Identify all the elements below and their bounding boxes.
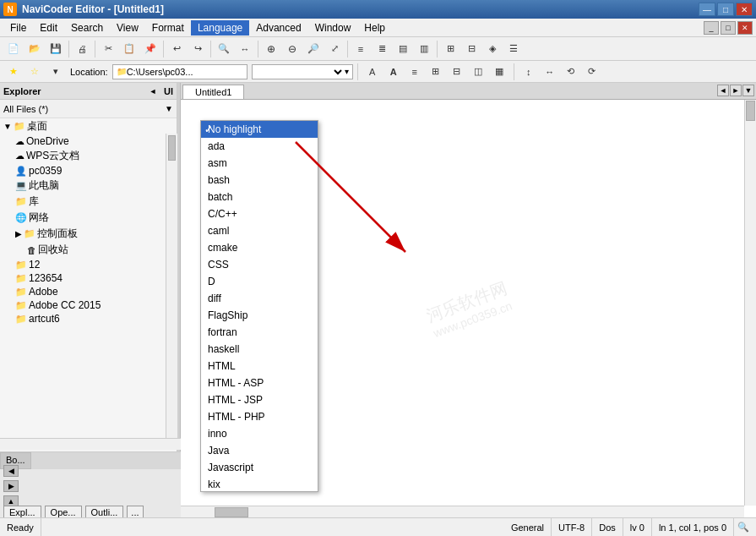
undo-btn[interactable]: ↩ (166, 40, 187, 58)
lang-ada[interactable]: ada (201, 138, 318, 155)
lang-flagship[interactable]: FlagShip (201, 307, 318, 324)
minimize-button[interactable]: — (699, 3, 715, 16)
lang-html-asp[interactable]: HTML - ASP (201, 375, 318, 391)
open-file-btn[interactable]: 📂 (24, 40, 45, 58)
tab-dropdown[interactable]: ▼ (742, 85, 754, 96)
tree-item-pc[interactable]: 👤 pc0359 (0, 164, 177, 178)
tb-btn10[interactable]: ▥ (414, 40, 434, 58)
menu-advanced[interactable]: Advanced (249, 20, 307, 36)
format-btn3[interactable]: ⊟ (447, 63, 467, 81)
tree-item-artcut[interactable]: 📁 artcut6 (0, 312, 177, 325)
tree-item-desktop[interactable]: ▼ 📁 桌面 (0, 118, 177, 134)
tb-extra3[interactable]: ⟲ (561, 63, 581, 81)
tb-btn8[interactable]: ≣ (372, 40, 392, 58)
tree-item-adobe[interactable]: 📁 Adobe (0, 285, 177, 298)
save-btn[interactable]: 💾 (46, 40, 66, 58)
lang-javascript[interactable]: Javascript (201, 459, 318, 476)
editor-minimize-btn[interactable]: _ (704, 21, 719, 35)
cut-btn[interactable]: ✂ (98, 40, 118, 58)
close-button[interactable]: ✕ (736, 3, 753, 16)
menu-edit[interactable]: Edit (33, 20, 64, 36)
tree-item-recycle[interactable]: 🗑 回收站 (0, 242, 177, 258)
open-tab[interactable]: Ope... (45, 506, 82, 517)
tab-scroll-right[interactable]: ► (730, 85, 742, 96)
maximize-button[interactable]: □ (717, 3, 734, 16)
vscroll-thumb[interactable] (746, 101, 755, 121)
editor-restore-btn[interactable]: □ (721, 21, 736, 35)
tree-item-123654[interactable]: 📁 123654 (0, 271, 177, 285)
lang-caml[interactable]: caml (201, 222, 318, 239)
lang-kix[interactable]: kix (201, 476, 318, 492)
tb-btn12[interactable]: ⊟ (461, 40, 481, 58)
lang-diff[interactable]: diff (201, 290, 318, 307)
tree-item-12[interactable]: 📁 12 (0, 258, 177, 271)
expl-tab[interactable]: Expl... (3, 506, 41, 517)
lang-html-php[interactable]: HTML - PHP (201, 408, 318, 425)
tb-btn11[interactable]: ⊞ (440, 40, 460, 58)
lang-css[interactable]: CSS (201, 256, 318, 273)
format-btn5[interactable]: ▦ (489, 63, 509, 81)
lang-no-highlight[interactable]: ✓ No highlight (201, 121, 318, 138)
lang-java[interactable]: Java (201, 442, 318, 459)
zoom-fit-btn[interactable]: ⤢ (324, 40, 345, 58)
status-search-icon[interactable]: 🔍 (734, 522, 753, 533)
menu-language[interactable]: Language (191, 20, 249, 36)
copy-btn[interactable]: 📋 (119, 40, 139, 58)
outli-tab[interactable]: Outli... (85, 506, 124, 517)
tree-item-network[interactable]: 🌐 网络 (0, 210, 177, 226)
replace-btn[interactable]: ↔ (235, 40, 255, 58)
zoom-in-btn[interactable]: ⊕ (261, 40, 281, 58)
menu-help[interactable]: Help (357, 20, 392, 36)
menu-window[interactable]: Window (308, 20, 358, 36)
lang-batch[interactable]: batch (201, 189, 318, 205)
collapse-panel-btn[interactable]: ◄ (147, 85, 159, 97)
left-icon-2[interactable]: ▶ (3, 480, 19, 492)
menu-view[interactable]: View (110, 20, 145, 36)
search-btn[interactable]: 🔍 (214, 40, 234, 58)
editor-hscrollbar[interactable] (181, 506, 744, 517)
lang-haskell[interactable]: haskell (201, 341, 318, 358)
tree-item-adobe-cc[interactable]: 📁 Adobe CC 2015 (0, 298, 177, 312)
tab-scroll-left[interactable]: ◄ (717, 85, 729, 96)
more-tab[interactable]: ... (127, 506, 143, 517)
lang-inno[interactable]: inno (201, 425, 318, 442)
lang-bash[interactable]: bash (201, 172, 318, 189)
lang-html-jsp[interactable]: HTML - JSP (201, 391, 318, 408)
text-size-btn[interactable]: A (362, 63, 383, 81)
scrollbar-thumb[interactable] (168, 135, 176, 161)
filter-select[interactable] (256, 66, 345, 78)
lang-d[interactable]: D (201, 273, 318, 290)
format-btn4[interactable]: ◫ (468, 63, 488, 81)
editor-tab-untitled[interactable]: Untitled1 (182, 85, 244, 99)
tb-btn7[interactable]: ≡ (351, 40, 371, 58)
tree-item-control[interactable]: ▶ 📁 控制面板 (0, 226, 177, 242)
lang-cmake[interactable]: cmake (201, 239, 318, 256)
star-btn2[interactable]: ☆ (24, 63, 45, 81)
lang-fortran[interactable]: fortran (201, 324, 318, 341)
new-file-btn[interactable]: 📄 (3, 40, 24, 58)
left-icon-1[interactable]: ◀ (3, 465, 19, 477)
tb-btn14[interactable]: ☰ (503, 40, 524, 58)
redo-btn[interactable]: ↪ (188, 40, 208, 58)
lang-asm[interactable]: asm (201, 155, 318, 172)
tb-extra4[interactable]: ⟳ (582, 63, 602, 81)
paste-btn[interactable]: 📌 (140, 40, 160, 58)
tree-item-library[interactable]: 📁 库 (0, 194, 177, 210)
location-input[interactable] (127, 67, 243, 77)
editor-close-btn[interactable]: ✕ (737, 21, 753, 35)
hscroll-thumb[interactable] (215, 507, 248, 517)
tb-extra2[interactable]: ↔ (540, 63, 560, 81)
tb-btn13[interactable]: ◈ (482, 40, 503, 58)
arrow-down-btn[interactable]: ▾ (46, 63, 66, 81)
format-btn1[interactable]: ≡ (405, 63, 425, 81)
tree-item-wps[interactable]: ☁ WPS云文档 (0, 148, 177, 164)
tb-btn9[interactable]: ▤ (393, 40, 413, 58)
menu-file[interactable]: File (3, 20, 33, 36)
format-btn2[interactable]: ⊞ (426, 63, 446, 81)
menu-format[interactable]: Format (145, 20, 191, 36)
left-vscrollbar[interactable] (166, 134, 177, 450)
tb-extra1[interactable]: ↕ (519, 63, 539, 81)
star-btn1[interactable]: ★ (3, 63, 24, 81)
zoom-page-btn[interactable]: 🔎 (303, 40, 324, 58)
editor-vscrollbar[interactable] (744, 100, 756, 506)
